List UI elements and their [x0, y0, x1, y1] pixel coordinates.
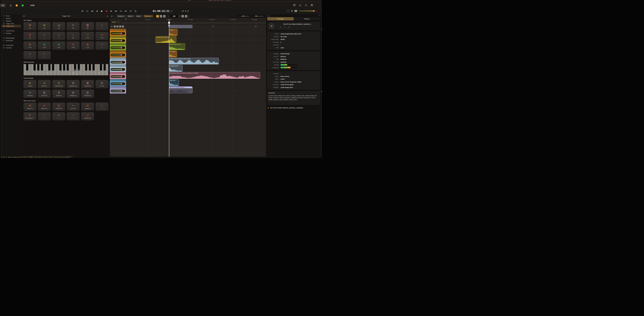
music-loops-pad-fill-8[interactable]: Fill (^8): [38, 112, 51, 120]
sidebar-item-search[interactable]: Search: [2, 17, 21, 20]
black-key-C#4[interactable]: [100, 64, 102, 70]
trigger-pad-1[interactable]: (⇧1): [81, 32, 94, 40]
music-loops-pad-lead-5[interactable]: Lead (^5): [81, 103, 94, 111]
loop-button[interactable]: [129, 10, 132, 13]
trigger-pad-5[interactable]: (⇧5): [52, 41, 65, 50]
track-volume-slider[interactable]: [110, 54, 125, 56]
vertical-zoom-slider[interactable]: ↑↓: [237, 15, 250, 17]
music-loops-pad-chord-3[interactable]: Chord (^3): [52, 103, 65, 111]
sound-design-pad-rhythmic-p[interactable]: Rhythmic (p): [67, 80, 80, 88]
frame-forward-button[interactable]: [110, 10, 113, 13]
sound-design-pad-fx-w[interactable]: FX (w): [96, 80, 108, 88]
track-volume-slider[interactable]: [110, 75, 125, 78]
trigger-pad-9[interactable]: (⇧9): [24, 51, 36, 59]
solo-all-button[interactable]: S: [114, 25, 116, 27]
sidebar-item-community[interactable]: Community: [2, 44, 21, 46]
bpm-stepper[interactable]: ▲▼: [179, 15, 180, 17]
export-tray-icon[interactable]: [305, 4, 307, 6]
trigger-pad-3[interactable]: (3): [52, 22, 65, 30]
select-dropdown[interactable]: Select▼: [127, 15, 134, 17]
fx-button[interactable]: FX: [294, 10, 297, 12]
bookmark-icon[interactable]: [288, 26, 290, 28]
ruler-mode-dropdown[interactable]: Ruler▼: [111, 21, 120, 23]
timeline-ruler[interactable]: Ruler▼ 00:16.00000:32.00000:48.00001:04.…: [110, 18, 266, 24]
layout-columns-icon[interactable]: [293, 4, 296, 6]
music-loops-pad-bass-2[interactable]: Bass (^2): [38, 103, 51, 111]
trigger-pad-4[interactable]: (⇧4): [38, 41, 51, 50]
music-loops-pad-percussion[interactable]: Percussion (^...: [24, 112, 36, 120]
audio-clip-delay-counter-punch[interactable]: Delay Counter Punch…: [169, 43, 185, 50]
jump-to-start-button[interactable]: [81, 10, 84, 13]
sidebar-item-media-bridge[interactable]: Media Bridge: [2, 37, 21, 39]
track-header-5[interactable]: 5: [110, 58, 126, 65]
sidebar-item-replace[interactable]: Replace: [2, 20, 21, 22]
black-key-A#3[interactable]: [92, 64, 95, 70]
track-header-4[interactable]: 4: [110, 50, 126, 57]
lock-all-button[interactable]: [119, 25, 121, 27]
loop-selection-region[interactable]: [169, 25, 192, 28]
trigger-pad-4[interactable]: (4): [67, 22, 80, 30]
track-header-3[interactable]: 3: [110, 43, 126, 50]
track-volume-slider[interactable]: [110, 61, 125, 64]
next-marker-button[interactable]: [120, 10, 122, 13]
tab-metadata[interactable]: Metadata: [267, 17, 294, 20]
sidebar-item-trigger-sets[interactable]: Trigger Sets: [2, 22, 21, 25]
sidebar-item-extensions[interactable]: Extensions: [2, 39, 21, 42]
jump-to-end-button[interactable]: [124, 10, 127, 13]
black-key-C#2[interactable]: [48, 64, 50, 70]
trigger-pad-1[interactable]: (1): [24, 22, 36, 30]
countdown-clock-button[interactable]: [134, 10, 137, 13]
sound-design-pad-drone-d[interactable]: Drone (d): [38, 90, 51, 98]
import-tray-icon[interactable]: [299, 4, 302, 6]
trigger-pad-2[interactable]: (⇧2): [96, 32, 108, 40]
audio-clip-from-bad-to-worse-30-textural-synthetic-c3-i3-60sec[interactable]: From Bad To Worse_30_Textural_Synthetic_…: [169, 72, 260, 79]
complexity-meter[interactable]: [280, 67, 297, 68]
black-key-A#1[interactable]: [41, 64, 43, 70]
account-icon[interactable]: [311, 4, 313, 6]
trigger-pad-7[interactable]: (7): [24, 32, 36, 40]
quantize-button[interactable]: Q: [163, 15, 166, 17]
track-volume-slider[interactable]: [110, 32, 125, 35]
music-loops-pad-fx-9[interactable]: FX (^9): [52, 112, 65, 120]
trigger-pad-3[interactable]: (⇧3): [24, 41, 36, 50]
close-window-button[interactable]: [10, 4, 12, 6]
trigger-pad-7[interactable]: (⇧7): [81, 41, 94, 50]
previous-marker-button[interactable]: [86, 10, 89, 13]
sound-design-pad-singles-u[interactable]: Singles (u): [67, 90, 80, 98]
track-header-2[interactable]: 2: [110, 36, 126, 43]
audio-clip-eastern-pu[interactable]: Eastern Pu…: [169, 79, 179, 86]
trigger-pad-0[interactable]: (0): [67, 32, 80, 40]
versions-dropdown[interactable]: Versions▼: [117, 15, 126, 17]
minimize-window-button[interactable]: [16, 4, 18, 6]
audio-clip-out-of-your-depth-rhythmic[interactable]: Out Of Your Depth_Rhythmic_…: [169, 87, 192, 93]
sound-design-pad-textural-x[interactable]: Textural (x): [81, 80, 94, 88]
black-key-G#1[interactable]: [37, 64, 39, 70]
timecode-display[interactable]: 01:00:32:21 ▾: [153, 10, 172, 12]
playhead-line[interactable]: [169, 19, 169, 157]
music-loops-pad-line-4[interactable]: Line (^4): [67, 103, 80, 111]
sound-design-pad-transitions-t[interactable]: Transitions (t): [52, 80, 65, 88]
trigger-pad-8[interactable]: (⇧8): [96, 41, 108, 50]
trigger-pad-9[interactable]: (9): [52, 32, 65, 40]
tool-chevron-icon[interactable]: [114, 15, 116, 17]
timecode-dropdown[interactable]: ▾: [170, 10, 172, 12]
black-key-D#4[interactable]: [104, 64, 106, 70]
sidebar-item-tutorials[interactable]: Tutorials: [2, 46, 21, 49]
trigger-pad-2[interactable]: (2): [38, 22, 51, 30]
arm-all-button[interactable]: A: [122, 25, 124, 27]
audio-clip-life-lagoo[interactable]: Life Lagoo…: [169, 50, 177, 57]
snap-dropdown[interactable]: Snap▼: [136, 15, 142, 17]
track-volume-slider[interactable]: [110, 39, 125, 42]
black-key-F#1[interactable]: [34, 64, 36, 70]
level-knob[interactable]: [313, 10, 314, 12]
sound-design-pad-pulse-q[interactable]: Pulse (q): [24, 90, 36, 98]
track-volume-slider[interactable]: [110, 68, 125, 71]
bpm-field[interactable]: 120: [170, 15, 178, 17]
sidebar-item-trigger-pad[interactable]: Trigger Pad: [2, 25, 21, 27]
trigger-pad-0[interactable]: (⇧0): [38, 51, 51, 59]
sidebar-item-home[interactable]: Home: [2, 15, 21, 17]
fast-forward-button[interactable]: [115, 10, 118, 13]
play-button[interactable]: [100, 10, 103, 13]
pointer-tool-icon[interactable]: [111, 15, 113, 17]
record-button[interactable]: [105, 10, 108, 13]
